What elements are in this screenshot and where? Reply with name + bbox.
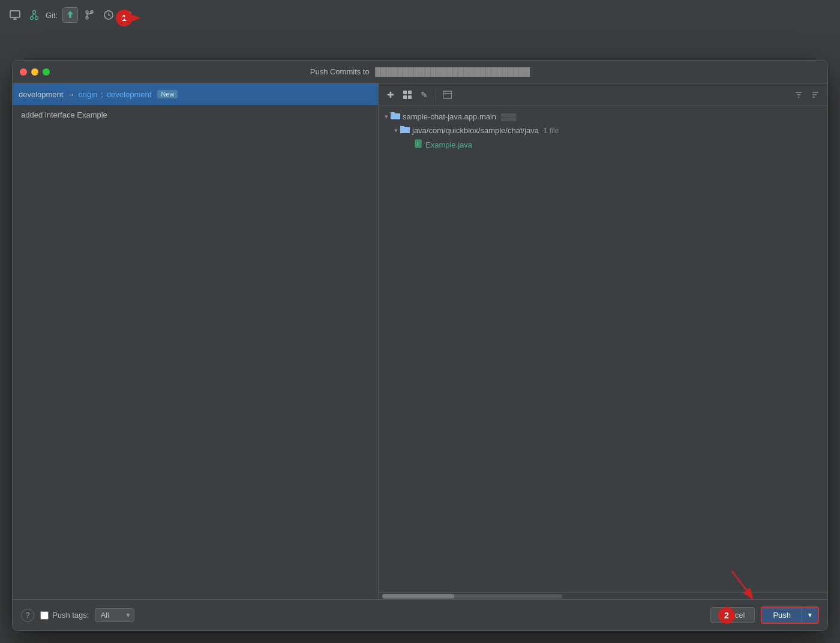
svg-rect-15: [408, 91, 412, 94]
close-button[interactable]: [20, 68, 27, 76]
svg-rect-14: [403, 91, 407, 94]
dialog-titlebar: Push Commits to ████████████████████████…: [13, 61, 827, 83]
tree-extra-root: ▒▒▒: [501, 113, 517, 121]
push-button[interactable]: Push: [762, 608, 802, 623]
tree-label-root: sample-chat-java.app.main: [403, 112, 496, 121]
commit-list: added interface Example: [13, 105, 378, 599]
right-panel: ✚ ✎: [379, 83, 827, 599]
dialog-footer: ? Push tags: All None ▼ Cancel Push ▼: [13, 599, 827, 630]
tags-select-wrap: All None ▼: [95, 608, 134, 622]
chevron-icon-2: ▾: [394, 127, 398, 134]
sort-icon[interactable]: [808, 88, 823, 102]
branch-header: development → origin : development New: [13, 83, 378, 105]
svg-point-3: [31, 17, 34, 20]
filter-icon[interactable]: [791, 88, 806, 102]
add-icon[interactable]: ✚: [383, 88, 398, 102]
branch-icon[interactable]: [82, 7, 97, 23]
tree-label-java: java/com/quickblox/sample/chat/java: [412, 126, 539, 135]
tree-item-root[interactable]: ▾ sample-chat-java.app.main ▒▒▒: [379, 110, 827, 124]
svg-text:J: J: [416, 142, 419, 146]
commit-item[interactable]: added interface Example: [13, 107, 378, 122]
svg-rect-16: [403, 95, 407, 99]
new-badge: New: [157, 90, 178, 98]
svg-rect-17: [408, 95, 412, 99]
git-label: Git:: [46, 11, 58, 20]
java-file-icon: J: [415, 139, 423, 150]
scroll-area: [379, 592, 827, 599]
tree-item-java[interactable]: ▾ java/com/quickblox/sample/chat/java 1 …: [379, 124, 827, 137]
push-tags-checkbox[interactable]: [40, 611, 49, 620]
left-panel: development → origin : development New a…: [13, 83, 379, 599]
toolbar-separator-1: [436, 89, 436, 100]
tree-item-file[interactable]: J Example.java: [379, 137, 827, 152]
branch-separator: :: [101, 90, 103, 99]
annotation-badge-1: 1: [116, 10, 133, 26]
dialog-title: Push Commits to ████████████████████████…: [20, 67, 820, 76]
horizontal-scrollbar[interactable]: [382, 594, 562, 599]
tree-label-file: Example.java: [425, 140, 472, 149]
history-icon[interactable]: [101, 7, 116, 23]
monitor-icon[interactable]: [7, 7, 23, 23]
file-tree: ▾ sample-chat-java.app.main ▒▒▒ ▾: [379, 106, 827, 592]
svg-rect-0: [10, 11, 20, 17]
chevron-icon: ▾: [385, 113, 388, 121]
push-tags-label: Push tags:: [52, 611, 89, 620]
right-toolbar: ✚ ✎: [379, 83, 827, 106]
push-button-group: Push ▼: [761, 606, 819, 624]
annotation-badge-2: 2: [718, 607, 735, 624]
push-commits-dialog: Push Commits to ████████████████████████…: [12, 60, 828, 631]
edit-icon[interactable]: ✎: [417, 88, 431, 102]
vcs-push-icon[interactable]: [62, 7, 78, 23]
push-dropdown-button[interactable]: ▼: [802, 608, 818, 623]
maximize-button[interactable]: [43, 68, 50, 76]
remote-link[interactable]: origin: [78, 90, 97, 99]
scrollbar-thumb[interactable]: [382, 594, 454, 599]
branch-name: development: [19, 90, 63, 99]
tags-select[interactable]: All None: [95, 608, 134, 622]
remote-branch-link[interactable]: development: [107, 90, 151, 99]
minimize-button[interactable]: [31, 68, 38, 76]
group-icon[interactable]: [400, 88, 415, 102]
svg-line-6: [32, 14, 34, 17]
dialog-body: development → origin : development New a…: [13, 83, 827, 599]
vcs-icon[interactable]: [26, 7, 42, 23]
folder-icon-2: [400, 125, 410, 136]
svg-point-5: [33, 11, 36, 14]
svg-rect-18: [443, 91, 452, 98]
help-button[interactable]: ?: [21, 609, 34, 622]
push-tags-group: Push tags:: [40, 611, 89, 620]
traffic-lights: [20, 68, 50, 76]
tree-count-java: 1 file: [544, 127, 559, 135]
svg-point-8: [86, 17, 88, 19]
svg-line-7: [34, 14, 37, 17]
svg-point-4: [35, 17, 38, 20]
folder-icon: [391, 112, 400, 122]
preview-icon[interactable]: [440, 88, 455, 102]
branch-arrow: →: [67, 90, 74, 99]
svg-point-9: [86, 11, 88, 13]
